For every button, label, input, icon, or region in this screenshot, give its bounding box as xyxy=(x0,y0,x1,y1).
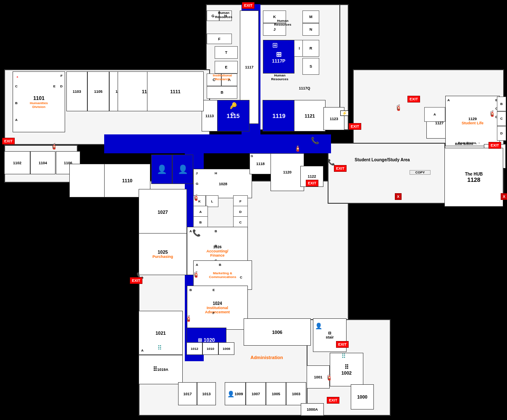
exit-bottom: EXIT xyxy=(327,397,339,404)
room-J-top: J xyxy=(263,23,286,36)
room-1025: 1025 Purchasing xyxy=(139,233,187,275)
fire-extinguisher-1: 🧯 xyxy=(50,143,58,150)
fire-extinguisher-7: 🧯 xyxy=(326,374,333,381)
room-B-top: B xyxy=(207,86,237,99)
restroom-male: 👤 xyxy=(151,155,172,184)
room-1118: 1118 G xyxy=(250,153,271,174)
room-1000: 1000 xyxy=(351,384,374,410)
suite-C-1129: C xyxy=(497,111,506,126)
exit-left: EXIT xyxy=(2,138,15,144)
room-1007: 1007 xyxy=(246,382,266,405)
room-1013: 1013 xyxy=(197,382,216,405)
ada-icon-right: ⠿ xyxy=(342,353,346,360)
room-1123: 1123 xyxy=(323,107,344,130)
room-1003: 1003 xyxy=(286,382,306,405)
room-1101: + 1101 HumanitiesDivision C B A D E F xyxy=(13,71,65,132)
fire-extinguisher-5: 🧯 xyxy=(192,271,200,278)
room-C-lower: C xyxy=(233,216,248,228)
room-1006: 1006 xyxy=(244,318,311,346)
room-1019A: ⠿ 1019A xyxy=(139,355,183,384)
room-K: K xyxy=(263,10,286,23)
room-1002: ⠿ 1002 xyxy=(330,353,363,386)
restroom-female: 👤 xyxy=(172,155,193,184)
room-1105: 1105 xyxy=(87,71,109,111)
phone-icon-2: 📞 xyxy=(192,229,201,237)
room-G: G xyxy=(207,10,219,21)
room-1028-area: J H G 1028 xyxy=(193,169,252,198)
phone-icon-5: 👤 xyxy=(315,323,322,329)
room-L: L xyxy=(206,195,218,207)
room-1008: 1008 xyxy=(218,342,234,355)
suite-B-1129: B xyxy=(497,97,506,111)
room-1000A: 1000A xyxy=(301,403,324,416)
phone-icon-3: 📞 xyxy=(328,159,335,165)
room-D-lower: D xyxy=(233,206,248,218)
floor-map: G H F HumanResources T E C A B Instituti… xyxy=(0,0,507,420)
room-1104: 1104 xyxy=(30,151,55,174)
room-hub-1128: The HUB 1128 xyxy=(444,148,503,207)
exit-top: EXIT xyxy=(242,2,255,9)
gear-icon-1115: ⚙ xyxy=(230,111,235,117)
room-1102: 1102 xyxy=(4,151,30,174)
room-T: T xyxy=(215,46,238,59)
room-1009: 👤 1009 xyxy=(225,382,246,405)
room-1103: 1103 xyxy=(66,71,87,111)
room-1010: 1010 xyxy=(202,342,218,355)
key-icon-1115: 🔑 xyxy=(230,102,236,108)
exit-upper-right: EXIT xyxy=(407,96,420,102)
room-S: S xyxy=(302,58,319,75)
room-1113: 1113 xyxy=(202,100,218,131)
exit-lower-left: EXIT xyxy=(130,277,142,284)
room-1027: 1027 xyxy=(139,189,187,235)
room-A-top: A xyxy=(221,74,237,86)
room-1121: 1121 xyxy=(294,100,326,131)
room-1129: 1129 Student Life A B C D xyxy=(445,96,500,146)
room-1017: 1017 xyxy=(178,382,197,405)
room-N: N xyxy=(302,23,319,36)
room-1117P: ⊞ 1117P xyxy=(263,40,294,74)
fire-extinguisher-2: 🧯 xyxy=(395,104,402,111)
room-E: E xyxy=(215,61,238,74)
fire-extinguisher-6: 🧯 xyxy=(185,315,192,322)
exit-lower-right: EXIT xyxy=(336,341,349,348)
room-1120: 1120 xyxy=(271,153,304,191)
room-A-lower: A xyxy=(193,206,208,218)
room-1119: 1119 xyxy=(263,100,295,131)
people-icon-1117p: ⊞ xyxy=(272,41,278,49)
x-mark-left: X xyxy=(395,193,402,200)
student-lounge xyxy=(328,143,445,204)
x-mark-right: X xyxy=(501,193,507,200)
suite-D-1129: D xyxy=(497,126,506,141)
room-F-top: F xyxy=(207,34,232,44)
fire-extinguisher-4: 🧯 xyxy=(192,194,200,201)
phone-icon-1: 📞 xyxy=(311,136,319,144)
ada-icon-lower: ⠿ xyxy=(158,344,162,351)
room-H-top: H xyxy=(219,10,232,21)
exit-1122: EXIT xyxy=(306,180,318,186)
fire-extinguisher-3: 🧯 xyxy=(294,145,301,152)
room-M: M xyxy=(302,10,319,23)
exit-far-right: EXIT xyxy=(489,142,501,149)
suite-A-1129: A xyxy=(424,107,445,122)
room-1012: 1012 xyxy=(187,342,202,355)
room-R: R xyxy=(302,40,319,57)
room-1005: 1005 xyxy=(266,382,286,405)
exit-lower-mid: EXIT xyxy=(334,165,347,172)
room-C-top: C xyxy=(207,74,221,86)
room-B-lower: B xyxy=(193,216,208,228)
fire-extinguisher-8: 🧯 xyxy=(489,110,496,117)
room-1024: 1024 InstitutionalAdvancement B E F xyxy=(187,286,248,330)
exit-mid-right-upper: EXIT xyxy=(349,123,361,130)
room-1111: 1111 xyxy=(147,71,204,111)
room-F-lower: F xyxy=(233,195,248,207)
